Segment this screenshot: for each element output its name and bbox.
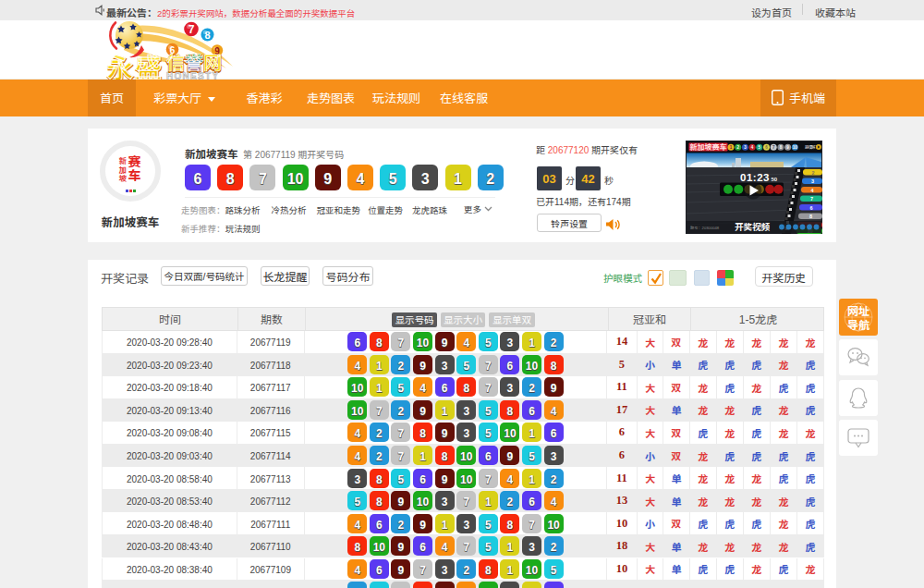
svg-text:8: 8 bbox=[204, 30, 210, 41]
svg-text:开奖视频: 开奖视频 bbox=[735, 220, 771, 233]
svg-text:永盛: 永盛 bbox=[107, 46, 164, 82]
svg-text:01:23: 01:23 bbox=[740, 172, 770, 183]
svg-text:新加坡赛车: 新加坡赛车 bbox=[690, 141, 727, 152]
svg-text:10: 10 bbox=[793, 145, 798, 150]
svg-text:50: 50 bbox=[772, 177, 778, 182]
svg-text:7: 7 bbox=[810, 196, 813, 202]
svg-text:2: 2 bbox=[811, 170, 814, 176]
svg-text:7: 7 bbox=[188, 23, 195, 36]
svg-text:6: 6 bbox=[809, 205, 812, 211]
svg-text:8: 8 bbox=[809, 214, 812, 219]
svg-text:期号：20300048: 期号：20300048 bbox=[690, 225, 720, 230]
svg-text:3: 3 bbox=[811, 178, 814, 184]
